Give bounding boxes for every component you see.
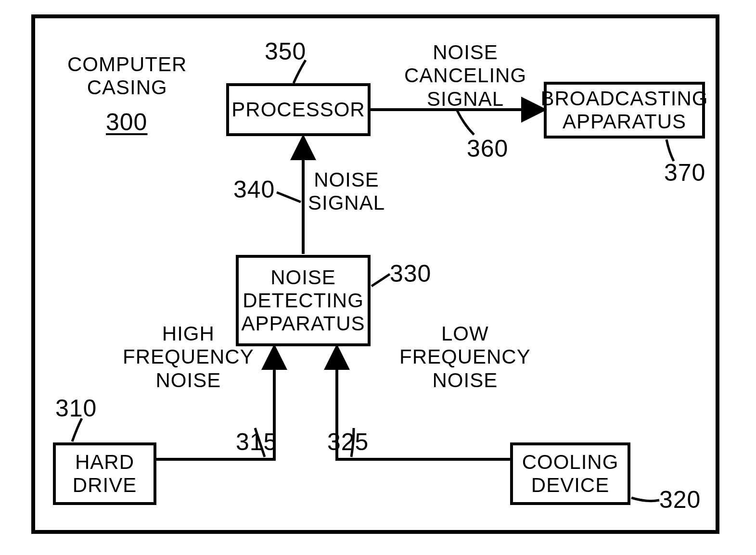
diagram-canvas: COMPUTER CASING 300 PROCESSOR 350 BROADC… [0,0,756,555]
hard-drive-label: HARD DRIVE [56,451,154,497]
low-frequency-noise-label: LOW FREQUENCY NOISE [399,322,531,392]
broadcasting-apparatus-ref: 370 [664,159,705,187]
cooling-device-ref: 320 [659,486,701,514]
processor-block: PROCESSOR [226,83,371,136]
noise-detecting-apparatus-ref: 330 [390,260,431,288]
high-frequency-noise-label: HIGH FREQUENCY NOISE [123,322,254,392]
processor-label: PROCESSOR [231,98,365,121]
high-frequency-noise-ref: 315 [236,428,277,456]
noise-canceling-signal-label: NOISE CANCELING SIGNAL [404,41,526,111]
hard-drive-block: HARD DRIVE [53,442,156,505]
noise-canceling-signal-ref: 360 [467,135,508,163]
noise-signal-ref: 340 [233,176,275,203]
hard-drive-ref: 310 [55,394,97,422]
broadcasting-apparatus-label: BROADCASTING APPARATUS [540,87,708,134]
noise-detecting-apparatus-block: NOISE DETECTING APPARATUS [236,255,371,346]
processor-ref: 350 [265,38,306,65]
computer-casing-label: COMPUTER CASING [67,53,187,100]
low-frequency-noise-ref: 325 [327,428,369,456]
noise-detecting-apparatus-label: NOISE DETECTING APPARATUS [239,266,368,336]
cooling-device-block: COOLING DEVICE [510,442,630,505]
noise-signal-label: NOISE SIGNAL [308,168,385,215]
cooling-device-label: COOLING DEVICE [513,451,628,497]
broadcasting-apparatus-block: BROADCASTING APPARATUS [544,82,705,139]
computer-casing-ref: 300 [106,108,147,136]
